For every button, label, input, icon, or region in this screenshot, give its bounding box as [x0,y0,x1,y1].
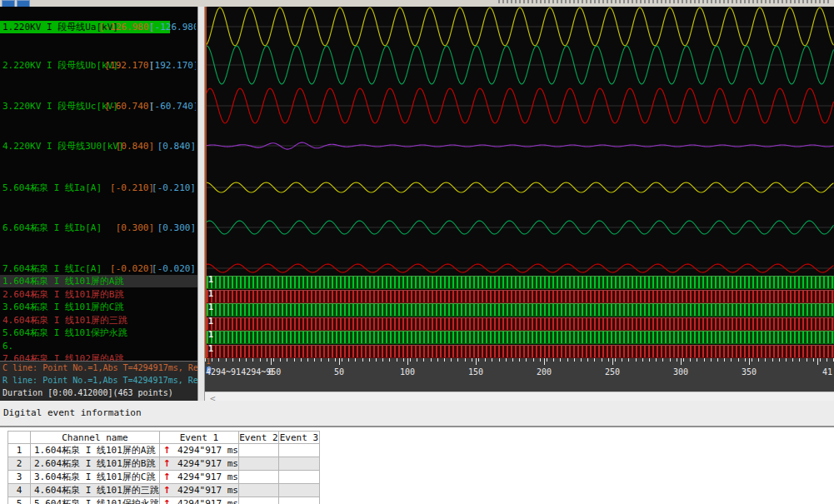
axis-minor-tick [307,358,308,362]
analog-channel-label: 7.604柘泉 I 线Ic[A] [0,262,102,275]
axis-minor-tick [342,358,342,362]
axis-minor-tick [567,358,568,362]
event-channel-name: 1.604柘泉 I 线101屏的A跳 [31,444,160,457]
digital-channel-row[interactable]: 1.604柘泉 I 线101屏的A跳 [0,275,197,287]
digital-state-value: 1 [208,330,213,339]
digital-channel-row[interactable]: 4.604柘泉 I 线101屏的三跳 [0,314,197,327]
event-1-cell: ↑4294"917 ms [159,471,238,484]
axis-minor-tick [827,358,827,362]
axis-minor-tick [649,358,650,362]
event-channel-name: 3.604柘泉 I 线101屏的C跳 [31,471,160,484]
analog-channel-row[interactable]: 6.604柘泉 I 线Ib[A][0.300][0.300] [0,222,197,234]
cursor-value: [-0.210] [110,182,154,194]
axis-minor-tick [444,358,445,362]
digital-state-value: 1 [208,275,213,284]
axis-minor-tick [280,358,281,362]
axis-minor-tick [301,358,302,362]
axis-minor-tick [779,358,780,362]
digital-channel-row[interactable]: 6. [0,340,197,352]
digital-channel-row[interactable]: 2.604柘泉 I 线101屏的B跳 [0,288,197,301]
time-axis: 1 0 4294~914294~950050100150200250300350… [205,358,834,392]
event-3-cell [278,444,319,457]
event-row-number: 3 [8,471,31,484]
axis-minor-tick [792,358,793,362]
panel-splitter[interactable] [197,7,205,405]
event-1-time: 4294"917 ms [177,458,238,469]
analog-channel-row[interactable]: 3.220KV I 段母线Uc[kV][-60.740][-60.740] [0,100,197,112]
analog-channel-row[interactable]: 4.220KV I 段母线3U0[kV][0.840][0.840] [0,140,197,152]
reference-value: [-0.020] [152,262,196,275]
event-1-time: 4294"917 ms [177,485,238,496]
axis-minor-tick [205,358,206,362]
digital-channel-row[interactable]: 5.604柘泉 I 线101保护永跳 [0,327,197,339]
axis-minor-tick [724,358,725,362]
event-table-row[interactable]: 44.604柘泉 I 线101屏的三跳↑4294"917 ms [8,484,320,497]
event-3-cell [278,484,319,497]
axis-minor-tick [820,358,821,362]
axis-tick-label: 300 [673,367,688,377]
analog-channel-row[interactable]: 2.220KV I 段母线Ub[kV][192.170][192.170] [0,59,197,72]
event-row-number: 1 [8,444,31,457]
axis-minor-tick [232,358,233,362]
axis-minor-tick [587,358,588,362]
axis-minor-tick [328,358,329,362]
axis-minor-tick [711,358,712,362]
event-table-row[interactable]: 55.604柘泉 I 线101保护永跳↑4294"917 ms [8,497,320,504]
cursor-value: [0.840] [116,140,154,152]
axis-major-tick [749,358,750,365]
axis-minor-tick [506,358,507,362]
digital-state-value: 1 [208,289,213,298]
event-2-cell [238,471,278,484]
axis-minor-tick [246,358,247,362]
axis-minor-tick [389,358,390,362]
event-table-row[interactable]: 22.604柘泉 I 线101屏的B跳↑4294"917 ms [8,457,320,471]
r-line-status: R line: Point No.=1,Abs T=4294917ms, Rel… [0,374,197,387]
analog-label-list: 1.220KV I 段母线Ua[kV][-126.980][-126.9802.… [0,7,197,275]
c-line-cursor[interactable] [205,7,207,392]
axis-minor-tick [574,358,575,362]
axis-minor-tick [642,358,643,362]
axis-minor-tick [745,358,746,362]
event-channel-name: 2.604柘泉 I 线101屏的B跳 [31,457,160,471]
axis-minor-tick [397,358,397,362]
axis-minor-tick [348,358,349,362]
wave-viewer-window: 1.220KV I 段母线Ua[kV][-126.980][-126.9802.… [0,0,834,504]
axis-minor-tick [260,358,261,362]
axis-minor-tick [218,358,219,362]
digital-channel-row[interactable]: 7.604柘泉 I 线102屏的A跳 [0,352,197,361]
analog-channel-label: 5.604柘泉 I 线Ia[A] [0,182,102,194]
digital-state-value: 1 [208,302,213,312]
axis-minor-tick [697,358,697,362]
axis-minor-tick [376,358,377,362]
axis-minor-tick [807,358,807,362]
event-2-cell [238,497,278,504]
axis-tick-label: 150 [468,367,483,377]
axis-minor-tick [752,358,752,362]
event-table-row[interactable]: 11.604柘泉 I 线101屏的A跳↑4294"917 ms [8,444,320,457]
axis-minor-tick [547,358,547,362]
axis-minor-tick [636,358,637,362]
axis-minor-tick [628,358,629,362]
event-table-row[interactable]: 33.604柘泉 I 线101屏的C跳↑4294"917 ms [8,471,320,484]
axis-tick-label: 250 [605,367,620,377]
axis-minor-tick [602,358,602,362]
reference-value: [192.170] [149,59,196,72]
event-table-header: Channel name [31,432,160,444]
axis-minor-tick [683,358,684,362]
axis-major-tick [271,358,272,365]
axis-minor-tick [656,358,657,362]
digital-channel-row[interactable]: 3.604柘泉 I 线101屏的C跳 [0,301,197,313]
analog-channel-row[interactable]: 1.220KV I 段母线Ua[kV][-126.980][-126.980 [0,21,197,33]
digital-trace-panel[interactable]: 111111 [205,275,834,358]
analog-channel-row[interactable]: 7.604柘泉 I 线Ic[A][-0.020][-0.020] [0,262,197,275]
axis-minor-tick [615,358,616,362]
waveform-plot[interactable] [205,7,834,275]
axis-marker-top: 1 [206,358,210,366]
axis-minor-tick [594,358,595,362]
event-channel-name: 5.604柘泉 I 线101保护永跳 [31,497,160,504]
axis-minor-tick [403,358,404,362]
event-1-cell: ↑4294"917 ms [159,484,238,497]
analog-channel-row[interactable]: 5.604柘泉 I 线Ia[A][-0.210][-0.210] [0,182,197,194]
axis-minor-tick [772,358,773,362]
axis-minor-tick [382,358,383,362]
